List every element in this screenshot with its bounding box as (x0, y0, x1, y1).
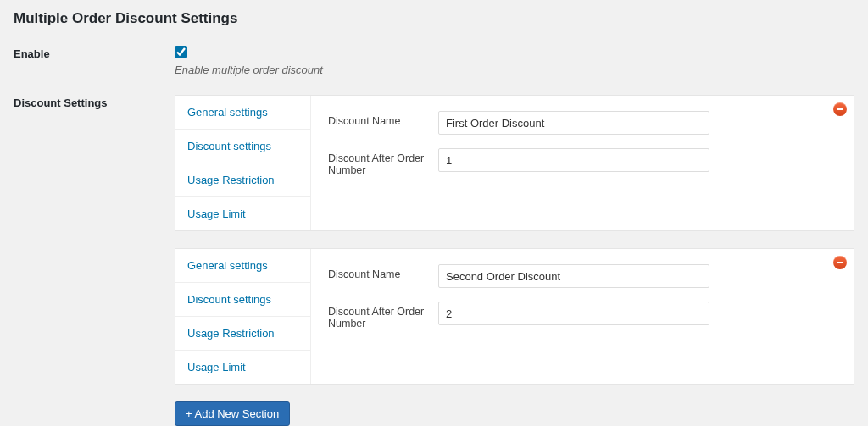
discount-section: General settings Discount settings Usage… (175, 95, 854, 231)
enable-content: Enable multiple order discount (175, 46, 854, 76)
tab-discount-settings[interactable]: Discount settings (175, 283, 310, 317)
discount-after-order-label: Discount After Order Number (328, 302, 438, 329)
discount-settings-row: Discount Settings General settings Disco… (14, 95, 854, 426)
enable-helper-text: Enable multiple order discount (175, 64, 854, 76)
enable-label: Enable (14, 46, 175, 60)
discount-section: General settings Discount settings Usage… (175, 248, 854, 385)
discount-name-input[interactable] (438, 111, 709, 135)
enable-row: Enable Enable multiple order discount (14, 46, 854, 76)
tab-usage-restriction[interactable]: Usage Restriction (175, 317, 310, 351)
discount-name-label: Discount Name (328, 111, 438, 127)
tab-general-settings[interactable]: General settings (175, 249, 310, 283)
field-row-discount-name: Discount Name (328, 111, 837, 135)
discount-settings-label: Discount Settings (14, 95, 175, 109)
field-row-discount-after-order: Discount After Order Number (328, 148, 837, 176)
add-section-button[interactable]: + Add New Section (175, 401, 290, 426)
tab-usage-limit[interactable]: Usage Limit (175, 197, 310, 230)
tab-discount-settings[interactable]: Discount settings (175, 130, 310, 163)
discount-name-label: Discount Name (328, 264, 438, 280)
field-row-discount-after-order: Discount After Order Number (328, 302, 837, 329)
tab-usage-limit[interactable]: Usage Limit (175, 351, 310, 384)
remove-section-icon[interactable] (833, 256, 847, 269)
remove-section-icon[interactable] (833, 102, 847, 116)
page-title: Multiple Order Discount Settings (14, 10, 854, 27)
enable-checkbox[interactable] (175, 46, 187, 58)
section-tabs: General settings Discount settings Usage… (175, 96, 311, 230)
discount-name-input[interactable] (438, 264, 709, 288)
field-row-discount-name: Discount Name (328, 264, 837, 288)
section-tabs: General settings Discount settings Usage… (175, 249, 311, 384)
discount-after-order-input[interactable] (438, 148, 709, 172)
discount-after-order-input[interactable] (438, 302, 709, 325)
section-fields: Discount Name Discount After Order Numbe… (311, 96, 854, 230)
tab-usage-restriction[interactable]: Usage Restriction (175, 163, 310, 197)
sections-container: General settings Discount settings Usage… (175, 95, 854, 426)
tab-general-settings[interactable]: General settings (175, 96, 310, 130)
discount-after-order-label: Discount After Order Number (328, 148, 438, 176)
section-fields: Discount Name Discount After Order Numbe… (311, 249, 854, 384)
